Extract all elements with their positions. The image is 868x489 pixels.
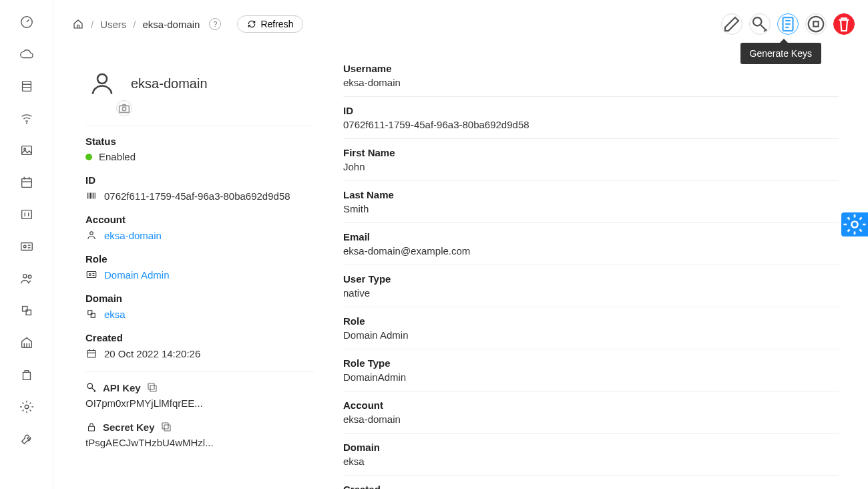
domain-link[interactable]: eksa [104,309,126,320]
summary-panel: eksa-domain Status Enabled ID 0762f611-1… [72,49,327,489]
content-row: eksa-domain Status Enabled ID 0762f611-1… [72,49,855,489]
account-link[interactable]: eksa-domain [104,230,162,241]
field-domain: Domain eksa [85,293,314,320]
copy-icon[interactable] [160,421,172,433]
floating-settings-button[interactable] [841,212,868,236]
action-bar: Generate Keys [721,13,855,35]
camera-icon[interactable] [116,100,132,116]
home-icon[interactable] [72,18,84,30]
svg-point-35 [97,74,107,84]
svg-rect-21 [26,310,31,315]
barcode-icon [85,190,97,202]
disable-button[interactable] [805,13,827,35]
row-firstname: First NameJohn [343,139,839,181]
svg-rect-51 [87,351,95,358]
wifi-icon[interactable] [19,111,34,126]
lock-icon [85,421,97,433]
topbar: / Users / eksa-domain ? Refresh Generate… [72,13,855,35]
tooltip-generate-keys: Generate Keys [740,43,821,64]
svg-point-61 [852,222,858,228]
idcard-icon [85,269,97,281]
help-icon[interactable]: ? [209,18,221,30]
accounts-icon[interactable] [19,271,34,286]
field-id: ID 0762f611-1759-45af-96a3-80ba692d9d58 [85,174,314,202]
row-username: Usernameeksa-domain [343,63,839,97]
id-value: 0762f611-1759-45af-96a3-80ba692d9d58 [104,190,290,202]
row-role: RoleDomain Admin [343,307,839,349]
details-panel: Usernameeksa-domain ID0762f611-1759-45af… [327,49,855,489]
svg-point-44 [90,232,93,235]
field-role: Role Domain Admin [85,253,314,281]
tools-icon[interactable] [19,432,34,446]
edit-button[interactable] [721,13,742,35]
secret-value: tPsgAECJwTHzbU4wMHzl... [85,437,214,448]
key-icon [85,381,97,393]
svg-point-37 [122,107,126,111]
row-roletype: Role TypeDomainAdmin [343,349,839,391]
domain-icon[interactable] [19,303,34,318]
role-link[interactable]: Domain Admin [104,269,170,281]
svg-point-46 [89,274,91,276]
breadcrumb-sep: / [91,19,93,30]
refresh-button[interactable]: Refresh [237,15,303,33]
id-label: ID [85,174,314,186]
secret-label: Secret Key [103,422,155,433]
cloud-icon[interactable] [19,47,34,61]
field-account: Account eksa-domain [85,214,314,241]
svg-rect-7 [21,179,31,188]
svg-rect-5 [21,146,31,155]
row-email: Emaileksa-domain@example.com [343,223,839,265]
delete-button[interactable] [833,13,855,35]
settings-icon[interactable] [19,399,34,414]
nav-sidebar [0,0,53,489]
breadcrumb-users[interactable]: Users [100,19,126,30]
status-dot-icon [85,154,92,160]
offerings-icon[interactable] [19,367,34,382]
role-label: Role [85,253,314,265]
svg-rect-34 [813,21,819,27]
svg-point-4 [26,123,27,124]
field-secretkey: Secret Key tPsgAECJwTHzbU4wMHzl... [85,421,314,448]
profile-header: eksa-domain [85,69,314,98]
image-icon[interactable] [19,143,34,158]
svg-rect-45 [87,272,96,278]
user-avatar-icon [88,69,116,98]
domain-label: Domain [85,293,314,304]
generate-keys-button[interactable] [777,13,799,35]
change-password-button[interactable] [749,13,771,35]
created-value: 20 Oct 2022 14:20:26 [104,348,200,359]
calendar-icon[interactable] [19,175,34,190]
account-label: Account [85,214,314,225]
svg-rect-14 [21,243,32,251]
storage-icon[interactable] [19,79,34,94]
row-lastname: Last NameSmith [343,181,839,223]
svg-rect-57 [148,383,154,389]
svg-rect-59 [164,425,170,431]
svg-rect-56 [150,385,156,391]
svg-point-15 [23,245,26,248]
svg-point-27 [753,17,762,26]
user-icon [85,229,97,241]
row-account: Accounteksa-domain [343,391,839,434]
created-label: Created [85,332,314,343]
svg-rect-60 [162,423,168,429]
row-id: ID0762f611-1759-45af-96a3-80ba692d9d58 [343,97,839,139]
dashboard-icon[interactable] [19,15,34,29]
infrastructure-icon[interactable] [19,335,34,350]
breadcrumb-sep: / [133,19,136,30]
svg-rect-11 [21,210,31,219]
refresh-icon [247,19,256,29]
apikey-value: OI7pm0xrPMYjLlMfqrEE... [85,397,203,409]
svg-point-55 [87,383,93,389]
breadcrumb: / Users / eksa-domain ? Refresh [72,15,303,33]
project-icon[interactable] [19,207,34,222]
svg-point-32 [809,17,824,32]
role-icon[interactable] [19,239,34,254]
copy-icon[interactable] [146,381,158,393]
svg-point-26 [25,405,29,409]
status-value: Enabled [99,151,136,162]
breadcrumb-current: eksa-domain [143,19,200,30]
main-content: / Users / eksa-domain ? Refresh Generate… [53,0,868,489]
row-created: Created20 Oct 2022 14:20:26 [343,476,839,489]
calendar-small-icon [85,347,97,359]
